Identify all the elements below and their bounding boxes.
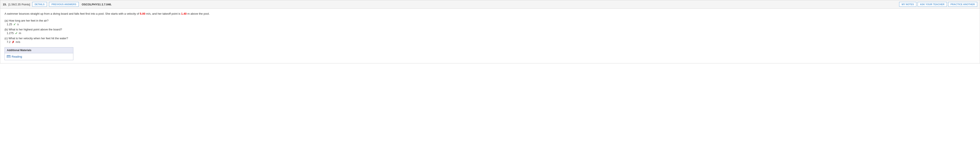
my-notes-button[interactable]: MY NOTES	[899, 2, 916, 7]
additional-materials: Additional Materials	[5, 47, 73, 60]
additional-materials-body: Reading	[5, 53, 73, 60]
height-value: 1.40	[181, 12, 186, 15]
part-b-answer-row: 1.275 ✓ m	[7, 32, 975, 35]
part-c-label-text: (c) What is her velocity when her feet h…	[5, 37, 68, 40]
practice-another-button[interactable]: PRACTICE ANOTHER	[948, 2, 977, 7]
course-code: OSCOLPHYS1 2.7.046.	[82, 3, 111, 6]
part-b-answer: 1.275	[7, 32, 14, 35]
reading-label: Reading	[12, 55, 22, 58]
part-c-label: (c) What is her velocity when her feet h…	[5, 37, 975, 40]
details-button[interactable]: DETAILS	[32, 2, 47, 7]
part-a-correct-icon: ✓	[13, 22, 16, 26]
part-c: (c) What is her velocity when her feet h…	[5, 37, 975, 44]
problem-text-between: m/s, and her takeoff point is	[145, 12, 181, 15]
question-container: 15. [1.56/2.35 Points] DETAILS PREVIOUS …	[0, 0, 980, 63]
problem-text-before-velocity: A swimmer bounces straight up from a div…	[5, 12, 140, 15]
part-b-label: (b) What is her highest point above the …	[5, 28, 975, 31]
velocity-value: 5.00	[140, 12, 145, 15]
question-header: 15. [1.56/2.35 Points] DETAILS PREVIOUS …	[0, 0, 980, 9]
part-b-correct-icon: ✓	[15, 32, 18, 35]
part-a-answer: 1.25	[7, 22, 12, 26]
part-b-unit: m	[19, 32, 21, 35]
question-number: 15. [1.56/2.35 Points]	[3, 3, 30, 6]
question-body: A swimmer bounces straight up from a div…	[0, 9, 980, 63]
problem-text-after: m above the pool.	[187, 12, 210, 15]
part-b-label-text: (b) What is her highest point above the …	[5, 28, 62, 31]
part-c-incorrect-icon: ✗	[12, 40, 14, 44]
part-c-unit: m/s	[16, 40, 20, 43]
part-a-answer-row: 1.25 ✓ s	[7, 22, 975, 26]
part-b: (b) What is her highest point above the …	[5, 28, 975, 35]
previous-answers-button[interactable]: PREVIOUS ANSWERS	[49, 2, 79, 7]
additional-materials-header: Additional Materials	[5, 47, 73, 53]
part-a-label-text: (a) How long are her feet in the air?	[5, 19, 49, 22]
part-a-label: (a) How long are her feet in the air?	[5, 19, 975, 22]
reading-link[interactable]: Reading	[7, 55, 71, 58]
question-points: [1.56/2.35 Points]	[8, 3, 30, 6]
problem-text: A swimmer bounces straight up from a div…	[5, 12, 975, 16]
part-c-answer: 7.2	[7, 40, 11, 43]
part-c-answer-row: 7.2 ✗ m/s	[7, 40, 975, 44]
book-icon	[7, 55, 10, 58]
part-a: (a) How long are her feet in the air? 1.…	[5, 19, 975, 26]
question-number-text: 15.	[3, 3, 7, 6]
ask-teacher-button[interactable]: ASK YOUR TEACHER	[918, 2, 947, 7]
header-right-buttons: MY NOTES ASK YOUR TEACHER PRACTICE ANOTH…	[899, 2, 977, 7]
part-a-unit: s	[17, 22, 19, 26]
